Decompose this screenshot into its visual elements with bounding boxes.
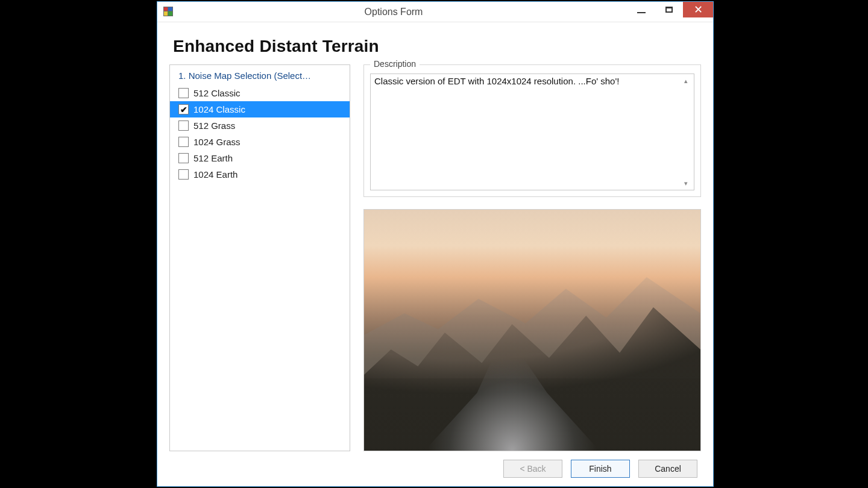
titlebar: Options Form ✕ <box>157 2 713 22</box>
right-column: Description Classic version of EDT with … <box>363 64 701 451</box>
maximize-button[interactable] <box>655 1 683 18</box>
option-512-classic[interactable]: 512 Classic <box>170 85 350 101</box>
option-1024-earth[interactable]: 1024 Earth <box>170 166 350 183</box>
preview-image <box>363 209 701 451</box>
cancel-button[interactable]: Cancel <box>638 460 697 478</box>
section-header: 1. Noise Map Selection (Select… <box>170 67 350 85</box>
page-title: Enhanced Distant Terrain <box>173 37 699 56</box>
checkbox-icon[interactable]: ✔ <box>178 104 189 114</box>
checkbox-icon[interactable] <box>178 153 189 163</box>
checkbox-icon[interactable] <box>178 120 189 131</box>
option-1024-grass[interactable]: 1024 Grass <box>170 134 350 150</box>
scroll-up-icon[interactable]: ▴ <box>681 75 691 86</box>
checkbox-icon[interactable] <box>178 88 189 98</box>
button-row: < Back Finish Cancel <box>169 451 701 478</box>
description-legend: Description <box>370 59 420 69</box>
option-label: 1024 Classic <box>193 104 245 114</box>
minimize-button[interactable] <box>627 1 655 18</box>
option-label: 512 Classic <box>193 88 241 98</box>
option-label: 512 Grass <box>193 120 235 131</box>
client-area: Enhanced Distant Terrain 1. Noise Map Se… <box>157 22 713 486</box>
description-group: Description Classic version of EDT with … <box>363 64 701 197</box>
description-textbox[interactable]: Classic version of EDT with 1024x1024 re… <box>370 74 694 190</box>
option-512-grass[interactable]: 512 Grass <box>170 117 350 134</box>
window-controls: ✕ <box>627 2 713 22</box>
description-text: Classic version of EDT with 1024x1024 re… <box>374 76 619 86</box>
content-row: 1. Noise Map Selection (Select… 512 Clas… <box>169 64 701 451</box>
option-label: 1024 Grass <box>193 137 241 147</box>
option-label: 1024 Earth <box>193 169 237 180</box>
option-label: 512 Earth <box>193 153 233 163</box>
option-1024-classic[interactable]: ✔ 1024 Classic <box>170 101 350 117</box>
window-title: Options Form <box>160 7 627 17</box>
option-list[interactable]: 1. Noise Map Selection (Select… 512 Clas… <box>169 64 350 451</box>
back-button: < Back <box>503 460 562 478</box>
scroll-down-icon[interactable]: ▾ <box>681 178 691 189</box>
checkbox-icon[interactable] <box>178 137 189 147</box>
options-window: Options Form ✕ Enhanced Distant Terrain … <box>157 1 714 487</box>
option-512-earth[interactable]: 512 Earth <box>170 150 350 166</box>
finish-button[interactable]: Finish <box>571 460 630 478</box>
app-icon <box>163 7 174 17</box>
close-button[interactable]: ✕ <box>683 2 713 17</box>
checkbox-icon[interactable] <box>178 169 189 180</box>
